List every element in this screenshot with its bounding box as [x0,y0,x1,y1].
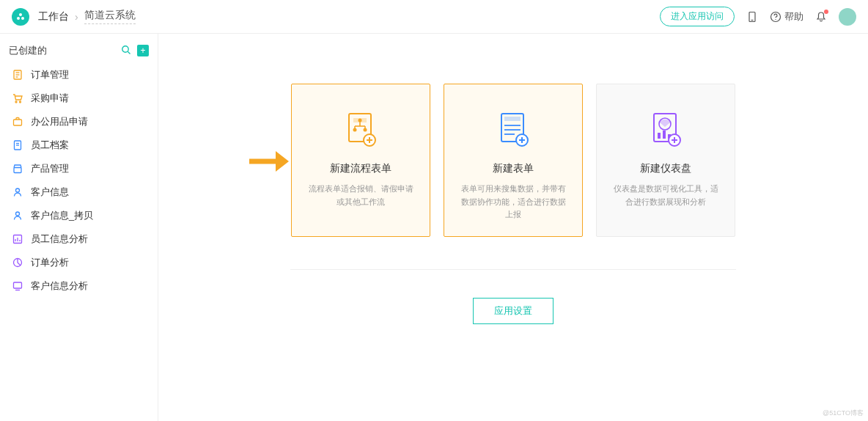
search-icon[interactable] [121,45,131,57]
help-label: 帮助 [784,10,803,23]
sidebar-title: 已创建的 [9,44,115,57]
sidebar-item-label: 订单分析 [31,256,69,269]
svg-point-0 [19,13,22,16]
sidebar-item-4[interactable]: 产品管理 [0,157,158,180]
case-icon [12,116,23,128]
breadcrumb: 工作台 › 简道云系统 [38,9,136,24]
cart-icon [12,92,23,104]
svg-point-32 [358,119,362,122]
card-description: 表单可用来搜集数据，并带有数据协作功能，适合进行数据上报 [452,183,575,222]
sidebar-item-9[interactable]: 客户信息分析 [0,274,158,298]
help-button[interactable]: 帮助 [770,10,803,23]
main-content: 新建流程表单 流程表单适合报销、请假申请或其他工作流 新建表单 表单可用来搜集数… [158,34,868,421]
add-button[interactable]: + [137,45,149,56]
form-icon [452,111,575,147]
sidebar-item-label: 员工信息分析 [31,233,88,246]
card-description: 流程表单适合报销、请假申请或其他工作流 [299,183,422,208]
sidebar-item-3[interactable]: 员工档案 [0,133,158,157]
chevron-right-icon: › [75,11,78,23]
screen-icon [12,280,23,292]
sidebar-item-5[interactable]: 客户信息 [0,180,158,204]
arrow-icon [246,147,290,178]
sidebar-item-label: 客户信息分析 [31,279,88,293]
breadcrumb-app[interactable]: 简道云系统 [84,9,136,24]
sidebar-item-6[interactable]: 客户信息_拷贝 [0,204,158,227]
avatar[interactable] [839,8,856,26]
sidebar-item-label: 客户信息 [31,186,69,199]
sidebar-item-label: 客户信息_拷贝 [31,209,93,222]
app-logo[interactable] [12,8,29,26]
pie-icon [12,257,23,268]
topbar-right: 进入应用访问 帮助 [660,7,856,26]
sidebar-item-label: 产品管理 [31,162,69,175]
watermark: @51CTO博客 [823,409,864,418]
sidebar-item-7[interactable]: 员工信息分析 [0,227,158,251]
flow-form-icon [299,111,422,147]
sidebar-header: 已创建的 + [0,43,158,63]
sidebar-item-0[interactable]: 订单管理 [0,63,158,87]
svg-line-8 [128,51,130,54]
create-card-1[interactable]: 新建表单 表单可用来搜集数据，并带有数据协作功能，适合进行数据上报 [444,84,583,237]
svg-point-2 [21,17,24,20]
divider [290,269,736,270]
svg-point-6 [775,18,776,19]
svg-point-33 [353,128,357,132]
svg-rect-43 [504,117,521,121]
create-card-2[interactable]: 新建仪表盘 仪表盘是数据可视化工具，适合进行数据展现和分析 [596,84,735,237]
chart-icon [12,233,23,245]
dashboard-icon [604,111,727,147]
app-settings-button[interactable]: 应用设置 [473,298,553,324]
svg-point-14 [20,101,21,103]
svg-point-1 [17,17,20,20]
create-card-0[interactable]: 新建流程表单 流程表单适合报销、请假申请或其他工作流 [291,84,430,237]
file-icon [12,139,23,151]
svg-point-7 [122,45,128,51]
sidebar-item-label: 采购申请 [31,92,69,105]
sidebar-item-label: 员工档案 [31,139,69,152]
sidebar-item-1[interactable]: 采购申请 [0,87,158,110]
svg-rect-27 [14,282,22,288]
sidebar-list: 订单管理采购申请办公用品申请员工档案产品管理客户信息客户信息_拷贝员工信息分析订… [0,63,158,298]
svg-point-13 [15,101,17,103]
sidebar-item-8[interactable]: 订单分析 [0,251,158,274]
bell-icon[interactable] [815,11,827,23]
sidebar-item-2[interactable]: 办公用品申请 [0,110,158,133]
doc-icon [12,69,23,81]
breadcrumb-workspace[interactable]: 工作台 [38,10,69,23]
svg-point-34 [364,128,367,132]
store-icon [12,163,23,175]
svg-rect-53 [663,131,666,139]
svg-rect-52 [658,133,661,139]
sidebar: 已创建的 + 订单管理采购申请办公用品申请员工档案产品管理客户信息客户信息_拷贝… [0,34,158,421]
person-icon [12,186,23,198]
topbar-left: 工作台 › 简道云系统 [12,8,136,26]
person-icon [12,210,23,222]
svg-rect-19 [14,168,21,173]
svg-point-20 [16,188,20,192]
sidebar-item-label: 办公用品申请 [31,115,88,128]
svg-rect-15 [14,120,22,125]
card-title: 新建表单 [452,162,575,175]
card-description: 仪表盘是数据可视化工具，适合进行数据展现和分析 [604,183,727,208]
card-title: 新建流程表单 [299,162,422,175]
card-title: 新建仪表盘 [604,162,727,175]
topbar: 工作台 › 简道云系统 进入应用访问 帮助 [0,0,868,34]
mobile-icon[interactable] [746,11,758,23]
svg-point-21 [16,212,20,216]
sidebar-item-label: 订单管理 [31,68,69,81]
enter-app-button[interactable]: 进入应用访问 [660,7,735,26]
